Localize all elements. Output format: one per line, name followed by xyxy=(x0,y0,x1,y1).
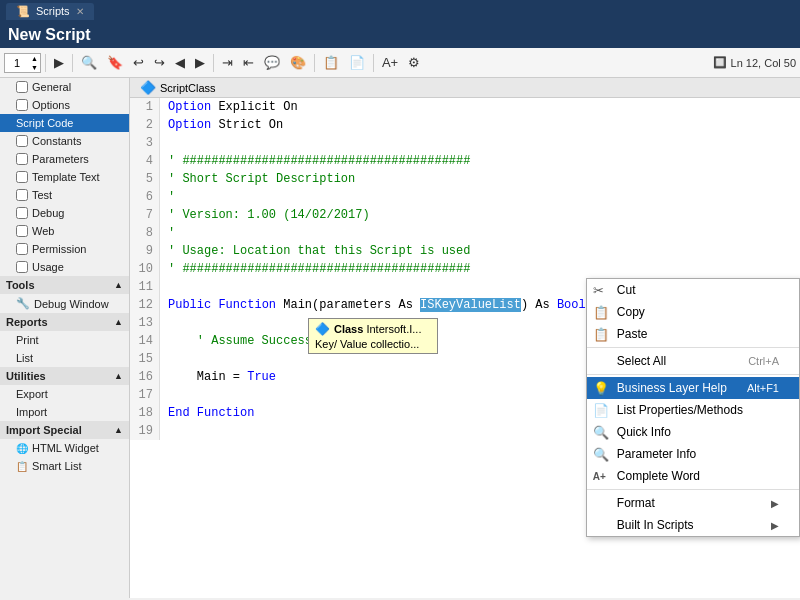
ctx-copy-label: Copy xyxy=(617,305,645,319)
code-area[interactable]: 🔷 ScriptClass 12345 678910 1112131415 16… xyxy=(130,78,800,598)
format-submenu-arrow: ▶ xyxy=(771,498,779,509)
section-importspecial[interactable]: Import Special ▲ xyxy=(0,421,129,439)
ctx-listprops-label: List Properties/Methods xyxy=(617,403,743,417)
tooltip-class-text: Class Intersoft.I... xyxy=(334,323,421,335)
section-tools[interactable]: Tools ▲ xyxy=(0,276,129,294)
sidebar-item-general[interactable]: General xyxy=(0,78,129,96)
sep1 xyxy=(45,54,46,72)
general-label: General xyxy=(32,81,71,93)
sidebar-item-list[interactable]: List xyxy=(0,349,129,367)
ctx-completeword[interactable]: A+ Complete Word xyxy=(587,465,799,487)
scripts-tab[interactable]: 📜 Scripts ✕ xyxy=(6,3,94,20)
htmlwidget-icon: 🌐 xyxy=(16,443,28,454)
section-reports[interactable]: Reports ▲ xyxy=(0,313,129,331)
sidebar: General Options Script Code Constants Pa… xyxy=(0,78,130,598)
main-layout: General Options Script Code Constants Pa… xyxy=(0,78,800,598)
utilities-arrow: ▲ xyxy=(114,371,123,381)
spinner-up[interactable]: ▲ xyxy=(29,54,40,63)
ctx-selectall[interactable]: Select All Ctrl+A xyxy=(587,350,799,372)
sidebar-item-test[interactable]: Test xyxy=(0,186,129,204)
quickinfo-icon: 🔍 xyxy=(593,425,609,440)
ctx-quickinfo[interactable]: 🔍 Quick Info xyxy=(587,421,799,443)
ctx-selectall-label: Select All xyxy=(617,354,666,368)
undo-btn[interactable]: ↩ xyxy=(129,52,148,73)
sidebar-item-smartlist[interactable]: 📋 Smart List xyxy=(0,457,129,475)
ctx-cut[interactable]: ✂ Cut xyxy=(587,279,799,301)
redo-btn[interactable]: ↪ xyxy=(150,52,169,73)
section-utilities[interactable]: Utilities ▲ xyxy=(0,367,129,385)
ctx-paste[interactable]: 📋 Paste xyxy=(587,323,799,345)
usage-checkbox[interactable] xyxy=(16,261,28,273)
usage-label: Usage xyxy=(32,261,64,273)
sidebar-item-parameters[interactable]: Parameters xyxy=(0,150,129,168)
font-btn[interactable]: A+ xyxy=(378,52,402,73)
sidebar-item-permission[interactable]: Permission xyxy=(0,240,129,258)
templatetext-checkbox[interactable] xyxy=(16,171,28,183)
parameters-checkbox[interactable] xyxy=(16,153,28,165)
ctx-businesslayer[interactable]: 💡 Business Layer Help Alt+F1 xyxy=(587,377,799,399)
ctx-copy[interactable]: 📋 Copy xyxy=(587,301,799,323)
htmlwidget-label: HTML Widget xyxy=(32,442,99,454)
sep2 xyxy=(72,54,73,72)
sidebar-item-export[interactable]: Export xyxy=(0,385,129,403)
spinner-down[interactable]: ▼ xyxy=(29,63,40,72)
sidebar-item-constants[interactable]: Constants xyxy=(0,132,129,150)
fwd-btn[interactable]: ▶ xyxy=(191,52,209,73)
smartlist-label: Smart List xyxy=(32,460,82,472)
format-btn[interactable]: 🎨 xyxy=(286,52,310,73)
paraminfo-icon: 🔍 xyxy=(593,447,609,462)
tooltip-box: 🔷 Class Intersoft.I... Key/ Value collec… xyxy=(308,318,438,354)
ctx-builtinscripts-label: Built In Scripts xyxy=(617,518,694,532)
test-label: Test xyxy=(32,189,52,201)
ctx-businesslayer-shortcut: Alt+F1 xyxy=(747,382,779,394)
sidebar-item-debug[interactable]: Debug xyxy=(0,204,129,222)
sidebar-item-print[interactable]: Print xyxy=(0,331,129,349)
sidebar-item-debugwindow[interactable]: 🔧 Debug Window xyxy=(0,294,129,313)
sidebar-item-usage[interactable]: Usage xyxy=(0,258,129,276)
sidebar-item-web[interactable]: Web xyxy=(0,222,129,240)
comment-btn[interactable]: 💬 xyxy=(260,52,284,73)
test-checkbox[interactable] xyxy=(16,189,28,201)
import-label: Import xyxy=(16,406,47,418)
search-btn[interactable]: 🔍 xyxy=(77,52,101,73)
spinner[interactable]: 1 ▲ ▼ xyxy=(4,53,41,73)
run-btn[interactable]: ▶ xyxy=(50,52,68,73)
line-numbers: 12345 678910 1112131415 16171819 xyxy=(130,98,160,440)
ctx-listprops[interactable]: 📄 List Properties/Methods xyxy=(587,399,799,421)
sidebar-item-scriptcode[interactable]: Script Code xyxy=(0,114,129,132)
tooltip-class-icon: 🔷 xyxy=(315,322,330,336)
bookmark-btn[interactable]: 🔖 xyxy=(103,52,127,73)
sidebar-item-options[interactable]: Options xyxy=(0,96,129,114)
indent-btn[interactable]: ⇥ xyxy=(218,52,237,73)
options-checkbox[interactable] xyxy=(16,99,28,111)
constants-checkbox[interactable] xyxy=(16,135,28,147)
debugwindow-label: Debug Window xyxy=(34,298,109,310)
paste2-btn[interactable]: 📄 xyxy=(345,52,369,73)
sidebar-item-templatetext[interactable]: Template Text xyxy=(0,168,129,186)
general-checkbox[interactable] xyxy=(16,81,28,93)
sep5 xyxy=(373,54,374,72)
copy2-btn[interactable]: 📋 xyxy=(319,52,343,73)
ctx-paste-label: Paste xyxy=(617,327,648,341)
code-line-6: ' xyxy=(168,188,792,206)
context-menu: ✂ Cut 📋 Copy 📋 Paste Select All Ctrl+A 💡… xyxy=(586,278,800,537)
close-tab-button[interactable]: ✕ xyxy=(76,6,84,17)
sidebar-item-htmlwidget[interactable]: 🌐 HTML Widget xyxy=(0,439,129,457)
ctx-paraminfo[interactable]: 🔍 Parameter Info xyxy=(587,443,799,465)
debug-checkbox[interactable] xyxy=(16,207,28,219)
permission-checkbox[interactable] xyxy=(16,243,28,255)
code-tab-label: ScriptClass xyxy=(160,82,216,94)
back-btn[interactable]: ◀ xyxy=(171,52,189,73)
ctx-builtinscripts[interactable]: Built In Scripts ▶ xyxy=(587,514,799,536)
builtinscripts-submenu-arrow: ▶ xyxy=(771,520,779,531)
web-checkbox[interactable] xyxy=(16,225,28,237)
ctx-format-label: Format xyxy=(617,496,655,510)
debug-label: Debug xyxy=(32,207,64,219)
ctx-selectall-shortcut: Ctrl+A xyxy=(748,355,779,367)
title-bar: 📜 Scripts ✕ xyxy=(0,0,800,22)
ctx-format[interactable]: Format ▶ xyxy=(587,492,799,514)
outdent-btn[interactable]: ⇤ xyxy=(239,52,258,73)
settings-btn[interactable]: ⚙ xyxy=(404,52,424,73)
sidebar-item-import[interactable]: Import xyxy=(0,403,129,421)
code-line-5: ' Short Script Description xyxy=(168,170,792,188)
